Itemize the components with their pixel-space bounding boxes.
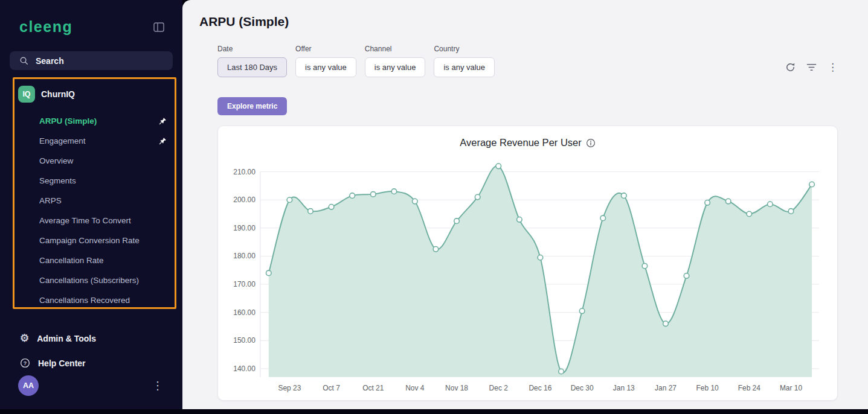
sidebar-item-label: Cancellations Recovered [39,296,130,305]
svg-text:200.00: 200.00 [233,196,256,204]
sidebar-item-cancellations-subscribers[interactable]: Cancellations (Subscribers) [0,270,182,290]
svg-text:Feb 24: Feb 24 [738,384,761,392]
page-title: ARPU (Simple) [199,14,838,29]
filter-label: Country [434,45,495,53]
svg-text:180.00: 180.00 [233,252,256,260]
refresh-button[interactable] [785,62,796,72]
user-menu-kebab-icon[interactable]: ⋮ [147,377,168,395]
filter-date: Date Last 180 Days [217,45,287,77]
explore-metric-button[interactable]: Explore metric [217,97,287,115]
chart-header: Average Revenue Per User [227,137,829,148]
sidebar-user-row: AA ⋮ [0,375,182,409]
filter-bar: Date Last 180 Days Offer is any value Ch… [217,45,838,77]
filter-label: Channel [365,45,426,53]
country-filter-chip[interactable]: is any value [434,57,495,77]
churniq-icon: IQ [18,86,35,103]
chart-title: Average Revenue Per User [460,137,581,148]
sidebar-item-label: Campaign Conversion Rate [39,236,140,245]
filter-offer: Offer is any value [295,45,356,77]
sidebar-item-cancellation-rate[interactable]: Cancellation Rate [0,250,182,270]
arpu-line-chart[interactable]: 140.00150.00160.00170.00180.00190.00200.… [227,150,829,396]
filter-channel: Channel is any value [365,45,426,77]
sidebar-header: cleeng [0,0,182,36]
svg-text:Sep 23: Sep 23 [278,384,301,392]
svg-text:190.00: 190.00 [233,224,256,232]
help-icon: ? [20,358,30,368]
svg-text:Jan 27: Jan 27 [655,384,677,392]
sidebar-item-campaign-conversion-rate[interactable]: Campaign Conversion Rate [0,231,182,250]
svg-text:160.00: 160.00 [233,308,256,317]
filter-button[interactable] [806,63,817,72]
svg-text:Jan 13: Jan 13 [613,384,635,392]
svg-text:Oct 7: Oct 7 [323,384,340,392]
svg-text:140.00: 140.00 [233,365,256,373]
sidebar-item-label: Average Time To Convert [39,216,131,225]
sidebar-item-label: ARPS [39,196,62,205]
pin-icon[interactable] [159,137,167,145]
svg-text:Nov 4: Nov 4 [405,384,425,392]
sidebar-item-arps[interactable]: ARPS [0,191,182,211]
search-input[interactable]: Search [10,51,173,70]
more-options-kebab-icon[interactable]: ⋮ [828,61,838,74]
panel-icon [153,22,164,32]
svg-text:Mar 10: Mar 10 [780,384,803,392]
svg-text:Dec 30: Dec 30 [571,384,594,392]
svg-text:Feb 10: Feb 10 [696,384,719,392]
offer-filter-chip[interactable]: is any value [295,57,356,77]
svg-text:150.00: 150.00 [233,336,256,345]
search-icon [19,56,28,65]
filter-country: Country is any value [434,45,495,77]
sidebar-item-cancellations-recovered[interactable]: Cancellations Recovered [0,290,182,310]
pin-icon[interactable] [159,117,167,125]
churniq-title: ChurnIQ [41,89,75,99]
svg-text:Dec 2: Dec 2 [489,384,509,392]
sidebar-item-label: ARPU (Simple) [39,116,97,126]
cleeng-logo: cleeng [19,18,72,36]
channel-filter-chip[interactable]: is any value [365,57,426,77]
search-label: Search [36,56,64,66]
filter-label: Offer [295,45,356,53]
churniq-nav: IQ ChurnIQ ARPU (Simple) Engagement [0,82,182,310]
sidebar-item-label: Cancellation Rate [39,256,104,265]
sidebar-item-help-center[interactable]: ? Help Center [0,351,182,375]
app-window: cleeng Search IQ ChurnIQ [0,0,868,409]
sidebar-footer: ⚙ Admin & Tools ? Help Center [0,326,182,375]
svg-text:Oct 21: Oct 21 [362,384,384,392]
main-content: ARPU (Simple) Date Last 180 Days Offer i… [182,0,868,409]
sidebar-item-churniq[interactable]: IQ ChurnIQ [0,82,182,106]
avatar[interactable]: AA [18,375,39,396]
svg-text:Nov 18: Nov 18 [445,384,468,392]
collapse-sidebar-icon[interactable] [153,22,164,32]
date-filter-chip[interactable]: Last 180 Days [217,57,287,77]
sidebar-item-average-time-to-convert[interactable]: Average Time To Convert [0,211,182,231]
footer-item-label: Admin & Tools [37,334,96,343]
filter-label: Date [217,45,287,53]
sidebar-item-arpu-simple[interactable]: ARPU (Simple) [0,111,182,131]
svg-text:?: ? [24,360,27,366]
sidebar-item-engagement[interactable]: Engagement [0,131,182,151]
refresh-icon [785,62,796,72]
sidebar: cleeng Search IQ ChurnIQ [0,0,182,409]
sidebar-item-admin-tools[interactable]: ⚙ Admin & Tools [0,326,182,351]
sidebar-item-label: Overview [39,156,73,165]
sidebar-item-label: Engagement [39,136,86,145]
gear-icon: ⚙ [20,333,29,343]
info-icon[interactable] [586,138,596,148]
sidebar-item-segments[interactable]: Segments [0,171,182,191]
svg-text:Dec 16: Dec 16 [529,384,551,392]
churniq-metric-list: ARPU (Simple) Engagement [0,111,182,310]
sidebar-item-label: Segments [39,176,76,185]
svg-text:170.00: 170.00 [233,280,256,288]
dashboard-actions: ⋮ [785,61,838,77]
chart-card: Average Revenue Per User 140.00150.00160… [217,126,838,401]
footer-item-label: Help Center [38,358,86,368]
sidebar-item-overview[interactable]: Overview [0,151,182,171]
svg-text:210.00: 210.00 [233,168,256,176]
filter-icon [806,63,817,72]
sidebar-item-label: Cancellations (Subscribers) [39,276,139,285]
